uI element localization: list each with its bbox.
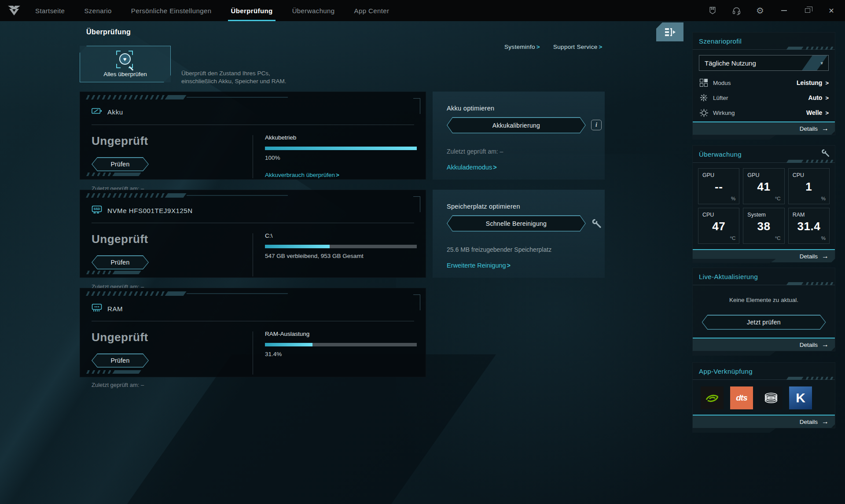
battery-calibration-button[interactable]: Akkukalibrierung [447, 117, 586, 133]
info-icon[interactable]: i [591, 120, 602, 130]
status-text: Ungeprüft [92, 134, 148, 148]
mode-row[interactable]: Modus Leistung > [699, 75, 829, 90]
battery-card: Akku Ungeprüft Prüfen Zuletzt geprüft am… [80, 92, 426, 180]
nav-tab-ueberpruefung[interactable]: Überprüfung [231, 0, 272, 21]
last-checked-text: Zuletzt geprüft am: – [92, 382, 144, 388]
gpu-temp-tile: GPU 41 °C [743, 168, 784, 204]
wrench-icon[interactable] [821, 148, 830, 160]
battery-charge-mode-link[interactable]: Akkulademodus> [447, 164, 497, 171]
apps-details-button[interactable]: Details→ [693, 415, 835, 428]
nav-tab-szenario[interactable]: Szenario [84, 0, 111, 21]
monitor-tiles: GPU -- % GPU 41 °C CPU 1 % CPU 47 °C [693, 163, 835, 249]
quick-links: Systeminfo> Support Service> [504, 44, 603, 50]
spiral-app-icon[interactable] [760, 386, 783, 409]
fan-icon [699, 93, 709, 102]
live-update-empty-message: Keine Elemente zu aktual. [693, 297, 835, 303]
card-title: Akku [107, 108, 123, 116]
scenario-profile-dropdown[interactable]: Tägliche Nutzung ▾ [699, 55, 829, 71]
card-decoration [84, 370, 140, 374]
ram-card: RAM Ungeprüft Prüfen Zuletzt geprüft am:… [80, 288, 426, 377]
optimize-title: Akku optimieren [447, 105, 494, 112]
arrow-right-icon: → [822, 418, 829, 425]
battery-progress-bar [265, 147, 417, 150]
battery-optimize-card: Akku optimieren Akkukalibrierung i Zulet… [433, 92, 605, 180]
card-decoration [84, 271, 140, 274]
app-shortcuts-panel: App-Verknüpfung dts [692, 362, 835, 428]
quick-clean-button[interactable]: Schnelle Bereinigung [447, 215, 586, 232]
status-text: Ungeprüft [92, 232, 148, 246]
nav-tab-persoenliche-einstellungen[interactable]: Persönliche Einstellungen [131, 0, 212, 21]
nvidia-app-icon[interactable] [701, 386, 724, 409]
chevron-right-icon: > [507, 262, 511, 269]
panel-tail [692, 259, 776, 263]
chevron-right-icon: > [599, 44, 603, 50]
free-space-text: 25.6 MB freizugebender Speicherplatz [447, 246, 551, 253]
heart-icon: ♥ [123, 56, 127, 63]
header-decoration [787, 377, 835, 380]
badge-icon[interactable] [707, 5, 718, 16]
support-service-link[interactable]: Support Service> [553, 44, 603, 50]
page-title: Überprüfung [86, 28, 131, 36]
monitoring-panel: Überwachung GPU -- % GPU 41 °C [692, 145, 835, 259]
corner-bracket [413, 294, 420, 310]
check-all-label: Alles überprüfen [103, 71, 147, 77]
dropdown-decoration [802, 55, 827, 70]
corner-bracket [413, 196, 420, 212]
card-decoration [84, 173, 140, 176]
chevron-right-icon: > [825, 95, 829, 101]
card-decoration [84, 95, 288, 99]
system-temp-tile: System 38 °C [743, 208, 784, 244]
cpu-temp-tile: CPU 47 °C [698, 208, 739, 244]
panel-title: Überwachung [699, 151, 742, 158]
arrow-right-icon: → [822, 341, 829, 348]
battery-usage-link[interactable]: Akkuverbrauch überprüfen> [265, 172, 417, 178]
systeminfo-link[interactable]: Systeminfo> [504, 44, 540, 50]
corner-bracket [413, 98, 420, 114]
advanced-clean-link[interactable]: Erweiterte Reinigung> [447, 262, 511, 269]
close-button[interactable]: ✕ [826, 5, 837, 16]
check-storage-button[interactable]: Prüfen [92, 255, 149, 269]
maximize-restore-button[interactable] [802, 5, 813, 16]
metric-label: C:\ [265, 232, 417, 239]
headset-icon[interactable] [731, 5, 742, 16]
fan-row[interactable]: Lüfter Auto > [699, 90, 829, 105]
check-battery-button[interactable]: Prüfen [92, 157, 149, 171]
header-decoration [787, 282, 835, 285]
mode-grid-icon [699, 79, 709, 87]
arrow-right-icon: → [822, 253, 829, 260]
dts-app-icon[interactable]: dts [730, 386, 753, 409]
scenario-details-button[interactable]: Details→ [693, 121, 835, 135]
killer-app-icon[interactable]: K [789, 386, 812, 409]
ram-icon [92, 303, 102, 314]
dropdown-value: Tägliche Nutzung [705, 59, 756, 67]
chevron-right-icon: > [336, 172, 339, 178]
nav-tab-app-center[interactable]: App Center [354, 0, 389, 21]
optimize-title: Speicherplatz optimieren [447, 203, 520, 210]
title-bar: Startseite Szenario Persönliche Einstell… [0, 0, 845, 21]
check-all-button[interactable]: ♥ Alles überprüfen [80, 46, 171, 82]
chevron-right-icon: > [493, 164, 496, 171]
disk-usage-bar [265, 245, 417, 248]
minimize-button[interactable] [778, 5, 790, 16]
effect-row[interactable]: Wirkung Welle > [699, 105, 829, 120]
panel-tail [692, 428, 776, 433]
arrow-right-icon: → [822, 125, 829, 132]
sidebar-collapse-toggle[interactable] [656, 22, 683, 41]
chevron-right-icon: > [825, 110, 829, 116]
battery-icon [92, 107, 102, 117]
live-update-details-button[interactable]: Details→ [693, 338, 835, 351]
check-ram-button[interactable]: Prüfen [92, 353, 149, 368]
check-now-button[interactable]: Jetzt prüfen [702, 315, 826, 330]
header-decoration [787, 160, 835, 163]
nav-tab-ueberwachung[interactable]: Überwachung [292, 0, 335, 21]
panel-title: Live-Aktualisierung [699, 273, 758, 280]
nav-tab-startseite[interactable]: Startseite [35, 0, 65, 21]
panel-tail [692, 135, 776, 140]
ram-usage-tile: RAM 31.4 % [788, 208, 830, 244]
predator-logo-icon [0, 5, 28, 16]
live-update-panel: Live-Aktualisierung Keine Elemente zu ak… [692, 268, 835, 351]
settings-gear-icon[interactable]: ⚙ [754, 5, 766, 16]
header-decoration [787, 47, 835, 50]
chevron-right-icon: > [825, 80, 829, 86]
card-title: RAM [107, 305, 123, 313]
